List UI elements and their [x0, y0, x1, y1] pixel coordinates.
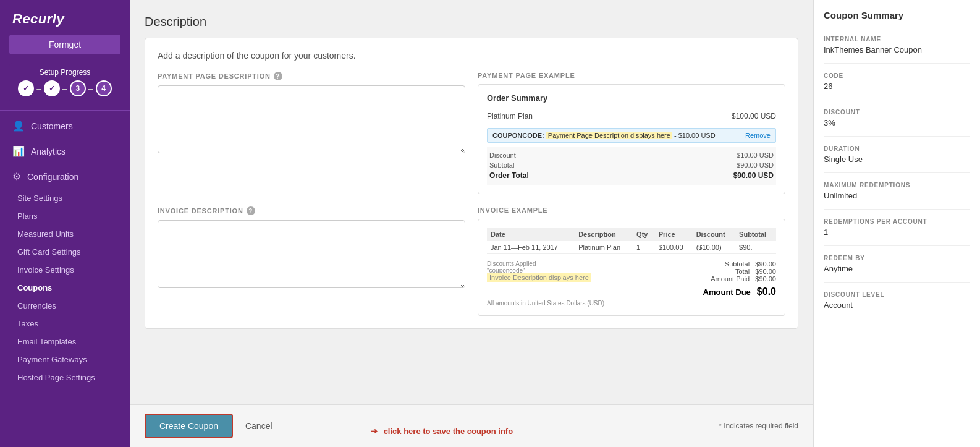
payment-page-desc-input[interactable]	[158, 85, 465, 153]
summary-redemptions-per-account: REDEMPTIONS PER ACCOUNT 1	[824, 218, 970, 246]
coupon-amount: - $10.00 USD	[674, 132, 716, 139]
description-intro: Add a description of the coupon for your…	[158, 51, 785, 61]
coupon-desc-text: Payment Page Description displays here	[546, 132, 672, 139]
duration-label: DURATION	[824, 145, 970, 152]
configuration-icon: ⚙	[12, 171, 21, 182]
sidebar-sub-payment-gateways[interactable]: Payment Gateways	[0, 351, 130, 368]
annotation-arrow-icon: ➔	[371, 427, 378, 436]
coupon-remove-link[interactable]: Remove	[745, 132, 771, 139]
sidebar-sub-measured-units[interactable]: Measured Units	[0, 225, 130, 243]
discount-label: DISCOUNT	[824, 109, 970, 116]
sidebar-sub-coupons[interactable]: Coupons	[0, 279, 130, 297]
step-1: ✓	[18, 80, 34, 96]
sidebar-sub-hosted-page[interactable]: Hosted Page Settings	[0, 368, 130, 386]
total-discount-row: Discount -$10.00 USD	[489, 150, 774, 160]
step-3: 3	[70, 80, 86, 96]
setup-progress-label: Setup Progress	[15, 68, 114, 77]
coupon-text: COUPONCODE: Payment Page Description dis…	[492, 132, 716, 139]
discount-level-label: DISCOUNT LEVEL	[824, 291, 970, 298]
invoice-amount-due: Amount Due $0.0	[487, 286, 776, 297]
invoice-desc-input[interactable]	[158, 220, 465, 288]
payment-page-example-section: PAYMENT PAGE EXAMPLE Order Summary Plati…	[478, 72, 785, 194]
invoice-example-box: Date Description Qty Price Discount Subt…	[478, 219, 785, 316]
summary-duration: DURATION Single Use	[824, 145, 970, 173]
analytics-icon: 📊	[12, 145, 25, 157]
create-coupon-button[interactable]: Create Coupon	[145, 414, 233, 438]
sidebar-item-configuration-label: Configuration	[27, 172, 78, 182]
discount-value: 3%	[824, 118, 970, 127]
invoice-table-row: Jan 11—Feb 11, 2017 Platinum Plan 1 $100…	[487, 241, 776, 254]
sidebar-sub-email-templates[interactable]: Email Templates	[0, 333, 130, 351]
sidebar-item-customers-label: Customers	[31, 121, 73, 131]
step-2: ✓	[44, 80, 60, 96]
customers-icon: 👤	[12, 120, 25, 132]
required-note: * Indicates required field	[719, 422, 798, 430]
col-subtotal: Subtotal	[735, 228, 776, 241]
account-switcher[interactable]: Formget	[9, 35, 120, 54]
code-label: CODE	[824, 72, 970, 79]
total-subtotal-row: Subtotal $90.00 USD	[489, 160, 774, 170]
progress-steps: ✓ – ✓ – 3 – 4	[15, 80, 114, 96]
sidebar-sub-taxes[interactable]: Taxes	[0, 315, 130, 333]
internal-name-label: INTERNAL NAME	[824, 36, 970, 43]
invoice-desc-section: INVOICE DESCRIPTION ?	[158, 206, 465, 316]
sidebar-item-configuration[interactable]: ⚙ Configuration	[0, 164, 130, 189]
redeem-by-value: Anytime	[824, 264, 970, 273]
summary-max-redemptions: MAXIMUM REDEMPTIONS Unlimited	[824, 182, 970, 210]
col-qty: Qty	[633, 228, 655, 241]
sidebar-sub-currencies[interactable]: Currencies	[0, 297, 130, 315]
sidebar-item-analytics[interactable]: 📊 Analytics	[0, 138, 130, 164]
setup-progress: Setup Progress ✓ – ✓ – 3 – 4	[9, 63, 120, 101]
summary-redeem-by: REDEEM BY Anytime	[824, 255, 970, 283]
col-desc: Description	[575, 228, 633, 241]
description-card: Add a description of the coupon for your…	[145, 38, 798, 329]
cancel-button[interactable]: Cancel	[240, 415, 277, 437]
invoice-example-label: INVOICE EXAMPLE	[478, 206, 785, 214]
invoice-desc-label: INVOICE DESCRIPTION ?	[158, 206, 465, 215]
payment-page-desc-label: PAYMENT PAGE DESCRIPTION ?	[158, 72, 465, 80]
step-4: 4	[96, 80, 112, 96]
footer-bar: Create Coupon Cancel ➔ click here to sav…	[130, 404, 813, 447]
redemptions-per-account-label: REDEMPTIONS PER ACCOUNT	[824, 218, 970, 225]
invoice-example-section: INVOICE EXAMPLE Date Description Qty Pri…	[478, 206, 785, 316]
app-logo: Recurly	[0, 0, 130, 35]
coupon-row: COUPONCODE: Payment Page Description dis…	[487, 128, 776, 143]
total-order-row: Order Total $90.00 USD	[489, 170, 774, 181]
sidebar: Recurly Formget Setup Progress ✓ – ✓ – 3…	[0, 0, 130, 447]
payment-page-desc-section: PAYMENT PAGE DESCRIPTION ?	[158, 72, 465, 194]
internal-name-value: InkThemes Banner Coupon	[824, 45, 970, 54]
invoice-note: All amounts in United States Dollars (US…	[487, 300, 776, 307]
invoice-highlight: Invoice Description displays here	[487, 273, 591, 282]
summary-discount: DISCOUNT 3%	[824, 109, 970, 137]
example-totals: Discount -$10.00 USD Subtotal $90.00 USD…	[487, 147, 776, 185]
max-redemptions-label: MAXIMUM REDEMPTIONS	[824, 182, 970, 189]
sidebar-sub-gift-card[interactable]: Gift Card Settings	[0, 243, 130, 261]
redemptions-per-account-value: 1	[824, 228, 970, 237]
sidebar-sub-site-settings[interactable]: Site Settings	[0, 189, 130, 207]
summary-code: CODE 26	[824, 72, 970, 100]
col-date: Date	[487, 228, 575, 241]
col-price: Price	[655, 228, 693, 241]
invoice-discounts-row: Discounts Applied "couponcode" Invoice D…	[487, 259, 776, 284]
redeem-by-label: REDEEM BY	[824, 255, 970, 262]
code-value: 26	[824, 82, 970, 91]
sidebar-item-analytics-label: Analytics	[31, 147, 65, 156]
duration-value: Single Use	[824, 155, 970, 164]
section-title: Description	[145, 15, 798, 29]
sidebar-item-customers[interactable]: 👤 Customers	[0, 113, 130, 138]
sidebar-sub-invoice-settings[interactable]: Invoice Settings	[0, 261, 130, 279]
max-redemptions-value: Unlimited	[824, 191, 970, 200]
desc-grid: PAYMENT PAGE DESCRIPTION ? PAYMENT PAGE …	[158, 72, 785, 316]
invoice-table: Date Description Qty Price Discount Subt…	[487, 228, 776, 254]
summary-internal-name: INTERNAL NAME InkThemes Banner Coupon	[824, 36, 970, 64]
order-summary-title: Order Summary	[487, 93, 776, 103]
payment-page-help-icon[interactable]: ?	[274, 72, 282, 80]
right-panel: Coupon Summary INTERNAL NAME InkThemes B…	[813, 0, 980, 447]
invoice-desc-help-icon[interactable]: ?	[247, 206, 255, 215]
invoice-totals: Discounts Applied "couponcode" Invoice D…	[487, 259, 776, 307]
sidebar-sub-plans[interactable]: Plans	[0, 207, 130, 225]
plan-value: $100.00 USD	[732, 112, 776, 121]
annotation: ➔ click here to save the coupon info	[371, 427, 513, 436]
col-discount: Discount	[693, 228, 735, 241]
summary-discount-level: DISCOUNT LEVEL Account	[824, 291, 970, 318]
